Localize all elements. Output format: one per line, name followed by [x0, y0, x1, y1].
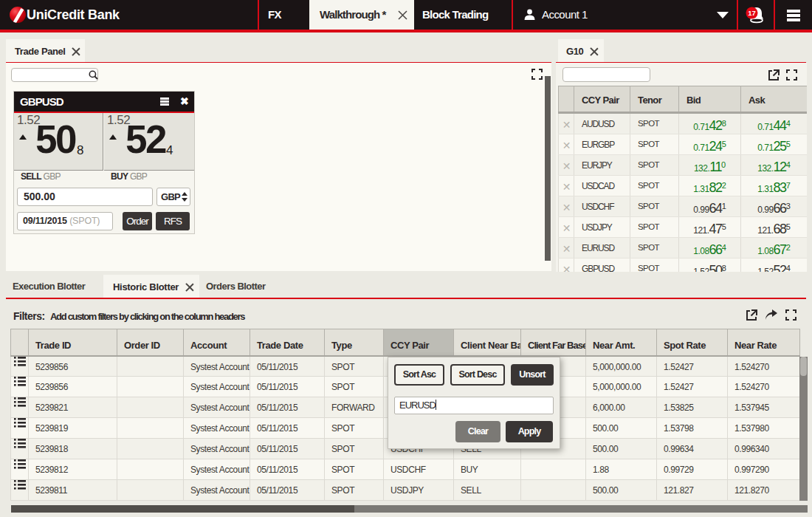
svg-text:17: 17: [748, 9, 756, 17]
